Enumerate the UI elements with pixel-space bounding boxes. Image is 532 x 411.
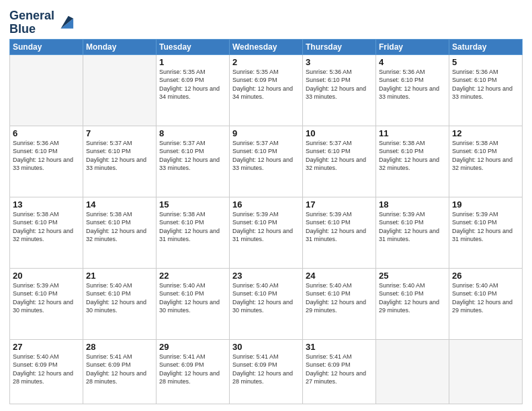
day-number: 11 bbox=[379, 128, 446, 138]
day-number: 28 bbox=[86, 342, 153, 352]
calendar-header-thursday: Thursday bbox=[303, 39, 376, 54]
day-number: 27 bbox=[13, 342, 80, 352]
day-number: 13 bbox=[13, 199, 80, 210]
calendar-cell: 12Sunrise: 5:38 AM Sunset: 6:10 PM Dayli… bbox=[449, 126, 523, 197]
calendar-header-monday: Monday bbox=[83, 39, 157, 54]
calendar-cell: 17Sunrise: 5:39 AM Sunset: 6:10 PM Dayli… bbox=[303, 197, 376, 268]
day-number: 10 bbox=[306, 128, 373, 138]
calendar-cell: 31Sunrise: 5:41 AM Sunset: 6:09 PM Dayli… bbox=[303, 339, 376, 404]
calendar-cell: 15Sunrise: 5:38 AM Sunset: 6:10 PM Dayli… bbox=[157, 197, 230, 268]
day-number: 1 bbox=[159, 57, 226, 67]
day-number: 9 bbox=[232, 128, 300, 138]
day-number: 19 bbox=[452, 199, 519, 210]
day-number: 30 bbox=[232, 342, 300, 352]
calendar-cell: 16Sunrise: 5:39 AM Sunset: 6:10 PM Dayli… bbox=[230, 197, 303, 268]
logo-text: General Blue bbox=[9, 9, 54, 36]
day-info: Sunrise: 5:41 AM Sunset: 6:09 PM Dayligh… bbox=[232, 353, 300, 386]
calendar-cell: 22Sunrise: 5:40 AM Sunset: 6:10 PM Dayli… bbox=[157, 268, 230, 339]
day-info: Sunrise: 5:40 AM Sunset: 6:10 PM Dayligh… bbox=[306, 281, 373, 315]
calendar-header-wednesday: Wednesday bbox=[230, 39, 303, 54]
calendar-cell: 24Sunrise: 5:40 AM Sunset: 6:10 PM Dayli… bbox=[303, 268, 376, 339]
day-info: Sunrise: 5:37 AM Sunset: 6:10 PM Dayligh… bbox=[306, 139, 373, 173]
calendar-header-friday: Friday bbox=[376, 39, 449, 54]
day-number: 7 bbox=[86, 128, 153, 138]
day-info: Sunrise: 5:36 AM Sunset: 6:10 PM Dayligh… bbox=[306, 68, 373, 101]
day-number: 8 bbox=[159, 128, 226, 138]
calendar-cell: 5Sunrise: 5:36 AM Sunset: 6:10 PM Daylig… bbox=[449, 54, 523, 126]
calendar-cell: 3Sunrise: 5:36 AM Sunset: 6:10 PM Daylig… bbox=[303, 54, 376, 126]
day-info: Sunrise: 5:40 AM Sunset: 6:10 PM Dayligh… bbox=[452, 281, 519, 315]
calendar-cell: 8Sunrise: 5:37 AM Sunset: 6:10 PM Daylig… bbox=[157, 126, 230, 197]
logo-icon bbox=[56, 13, 75, 32]
calendar-cell: 25Sunrise: 5:40 AM Sunset: 6:10 PM Dayli… bbox=[376, 268, 449, 339]
day-info: Sunrise: 5:40 AM Sunset: 6:10 PM Dayligh… bbox=[232, 281, 300, 315]
calendar-cell: 23Sunrise: 5:40 AM Sunset: 6:10 PM Dayli… bbox=[230, 268, 303, 339]
calendar-cell: 1Sunrise: 5:35 AM Sunset: 6:09 PM Daylig… bbox=[157, 54, 230, 126]
calendar-cell: 18Sunrise: 5:39 AM Sunset: 6:10 PM Dayli… bbox=[376, 197, 449, 268]
calendar-table: SundayMondayTuesdayWednesdayThursdayFrid… bbox=[9, 39, 523, 404]
page: General Blue SundayMondayTuesdayWednesda… bbox=[0, 0, 532, 411]
day-number: 3 bbox=[306, 57, 373, 67]
day-number: 6 bbox=[13, 128, 80, 138]
calendar-header-tuesday: Tuesday bbox=[157, 39, 230, 54]
day-number: 23 bbox=[232, 271, 300, 281]
day-number: 5 bbox=[452, 57, 519, 67]
calendar-cell: 7Sunrise: 5:37 AM Sunset: 6:10 PM Daylig… bbox=[83, 126, 157, 197]
day-info: Sunrise: 5:41 AM Sunset: 6:09 PM Dayligh… bbox=[86, 353, 153, 386]
day-info: Sunrise: 5:39 AM Sunset: 6:10 PM Dayligh… bbox=[13, 281, 80, 315]
calendar-week-row: 20Sunrise: 5:39 AM Sunset: 6:10 PM Dayli… bbox=[10, 268, 523, 339]
day-number: 24 bbox=[306, 271, 373, 281]
calendar-cell bbox=[83, 54, 157, 126]
calendar-cell: 19Sunrise: 5:39 AM Sunset: 6:10 PM Dayli… bbox=[449, 197, 523, 268]
day-info: Sunrise: 5:38 AM Sunset: 6:10 PM Dayligh… bbox=[86, 210, 153, 244]
day-number: 29 bbox=[159, 342, 226, 352]
day-info: Sunrise: 5:41 AM Sunset: 6:09 PM Dayligh… bbox=[306, 353, 373, 386]
day-number: 21 bbox=[86, 271, 153, 281]
day-number: 4 bbox=[379, 57, 446, 67]
calendar-cell: 11Sunrise: 5:38 AM Sunset: 6:10 PM Dayli… bbox=[376, 126, 449, 197]
day-info: Sunrise: 5:37 AM Sunset: 6:10 PM Dayligh… bbox=[232, 139, 300, 173]
calendar-cell: 13Sunrise: 5:38 AM Sunset: 6:10 PM Dayli… bbox=[10, 197, 83, 268]
day-number: 15 bbox=[159, 199, 226, 210]
calendar-week-row: 6Sunrise: 5:36 AM Sunset: 6:10 PM Daylig… bbox=[10, 126, 523, 197]
calendar-header-sunday: Sunday bbox=[10, 39, 83, 54]
calendar-cell bbox=[376, 339, 449, 404]
day-number: 26 bbox=[452, 271, 519, 281]
calendar-cell: 28Sunrise: 5:41 AM Sunset: 6:09 PM Dayli… bbox=[83, 339, 157, 404]
day-number: 12 bbox=[452, 128, 519, 138]
day-info: Sunrise: 5:38 AM Sunset: 6:10 PM Dayligh… bbox=[13, 210, 80, 244]
calendar-cell: 21Sunrise: 5:40 AM Sunset: 6:10 PM Dayli… bbox=[83, 268, 157, 339]
day-number: 14 bbox=[86, 199, 153, 210]
day-info: Sunrise: 5:40 AM Sunset: 6:10 PM Dayligh… bbox=[379, 281, 446, 315]
day-info: Sunrise: 5:39 AM Sunset: 6:10 PM Dayligh… bbox=[306, 210, 373, 244]
day-info: Sunrise: 5:40 AM Sunset: 6:10 PM Dayligh… bbox=[86, 281, 153, 315]
calendar-week-row: 27Sunrise: 5:40 AM Sunset: 6:09 PM Dayli… bbox=[10, 339, 523, 404]
day-info: Sunrise: 5:37 AM Sunset: 6:10 PM Dayligh… bbox=[86, 139, 153, 173]
day-info: Sunrise: 5:38 AM Sunset: 6:10 PM Dayligh… bbox=[159, 210, 226, 244]
day-info: Sunrise: 5:36 AM Sunset: 6:10 PM Dayligh… bbox=[13, 139, 80, 173]
day-info: Sunrise: 5:36 AM Sunset: 6:10 PM Dayligh… bbox=[452, 68, 519, 101]
calendar-cell: 26Sunrise: 5:40 AM Sunset: 6:10 PM Dayli… bbox=[449, 268, 523, 339]
day-number: 20 bbox=[13, 271, 80, 281]
day-info: Sunrise: 5:35 AM Sunset: 6:09 PM Dayligh… bbox=[232, 68, 300, 101]
day-number: 31 bbox=[306, 342, 373, 352]
day-number: 22 bbox=[159, 271, 226, 281]
calendar-cell bbox=[449, 339, 523, 404]
day-info: Sunrise: 5:36 AM Sunset: 6:10 PM Dayligh… bbox=[379, 68, 446, 101]
day-info: Sunrise: 5:39 AM Sunset: 6:10 PM Dayligh… bbox=[452, 210, 519, 244]
day-number: 25 bbox=[379, 271, 446, 281]
day-info: Sunrise: 5:38 AM Sunset: 6:10 PM Dayligh… bbox=[379, 139, 446, 173]
calendar-week-row: 13Sunrise: 5:38 AM Sunset: 6:10 PM Dayli… bbox=[10, 197, 523, 268]
day-info: Sunrise: 5:37 AM Sunset: 6:10 PM Dayligh… bbox=[159, 139, 226, 173]
calendar-cell: 10Sunrise: 5:37 AM Sunset: 6:10 PM Dayli… bbox=[303, 126, 376, 197]
calendar-cell: 9Sunrise: 5:37 AM Sunset: 6:10 PM Daylig… bbox=[230, 126, 303, 197]
day-info: Sunrise: 5:40 AM Sunset: 6:10 PM Dayligh… bbox=[159, 281, 226, 315]
calendar-cell: 29Sunrise: 5:41 AM Sunset: 6:09 PM Dayli… bbox=[157, 339, 230, 404]
calendar-cell: 14Sunrise: 5:38 AM Sunset: 6:10 PM Dayli… bbox=[83, 197, 157, 268]
day-number: 2 bbox=[232, 57, 300, 67]
day-info: Sunrise: 5:41 AM Sunset: 6:09 PM Dayligh… bbox=[159, 353, 226, 386]
day-number: 16 bbox=[232, 199, 300, 210]
calendar-week-row: 1Sunrise: 5:35 AM Sunset: 6:09 PM Daylig… bbox=[10, 54, 523, 126]
day-number: 17 bbox=[306, 199, 373, 210]
day-info: Sunrise: 5:39 AM Sunset: 6:10 PM Dayligh… bbox=[232, 210, 300, 244]
